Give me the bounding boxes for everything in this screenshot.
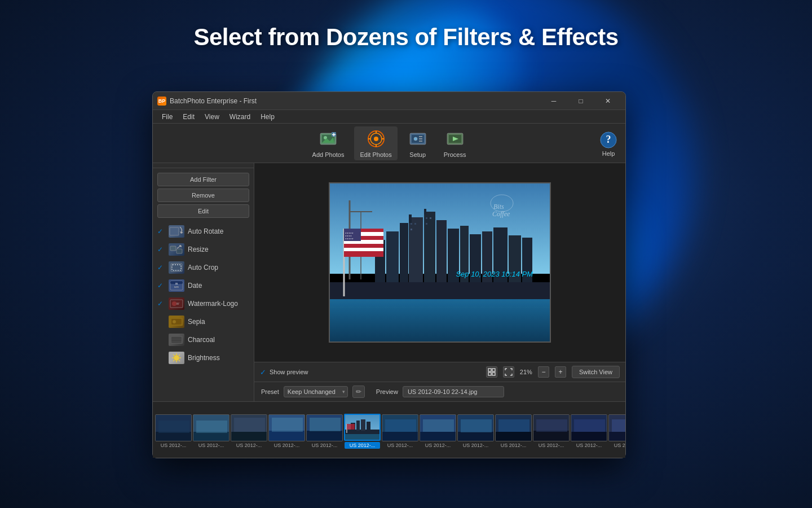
thumb-11[interactable]: US 2012-... (533, 414, 570, 448)
svg-line-52 (179, 360, 180, 361)
svg-rect-140 (536, 419, 567, 432)
filter-item-sepia[interactable]: ✓ Sepia (153, 313, 254, 331)
remove-button[interactable]: Remove (157, 189, 249, 202)
thumb-8[interactable]: US 2012-... (420, 414, 456, 448)
switch-view-button[interactable]: Switch View (572, 366, 620, 378)
filter-item-watermark[interactable]: ✓ W Watermark-Logo (153, 295, 254, 313)
menu-help[interactable]: Help (256, 112, 279, 122)
svg-rect-104 (158, 421, 189, 433)
thumb-12[interactable]: US 2012-... (571, 414, 607, 448)
svg-rect-60 (409, 214, 412, 223)
window-title: BatchPhoto Enterprise - First (170, 97, 541, 105)
add-filter-button[interactable]: Add Filter (157, 173, 249, 186)
svg-rect-58 (400, 223, 408, 285)
filter-check-auto-rotate: ✓ (157, 227, 165, 235)
filter-thumb-charcoal (169, 334, 184, 346)
setup-icon (408, 129, 428, 149)
fit-width-button[interactable] (486, 366, 497, 378)
thumb-13[interactable]: US 2012-... (608, 414, 625, 448)
svg-point-46 (174, 355, 179, 361)
preset-edit-button[interactable]: ✏ (352, 386, 365, 398)
svg-rect-27 (170, 246, 176, 251)
thumb-2[interactable]: US 2012-... (193, 414, 230, 448)
titlebar: BP BatchPhoto Enterprise - First ─ □ ✕ (153, 92, 625, 110)
filter-check-auto-crop: ✓ (157, 264, 165, 271)
filter-name-watermark: Watermark-Logo (188, 300, 249, 308)
show-preview-label: Show preview (270, 369, 308, 375)
edit-photos-icon (366, 129, 386, 149)
window-controls: ─ □ ✕ (541, 92, 621, 110)
thumb-img-4 (268, 414, 305, 441)
preview-label: Preview (376, 388, 398, 395)
zoom-in-button[interactable]: + (555, 366, 566, 378)
thumb-7[interactable]: US 2012-... (382, 414, 418, 448)
setup-label: Setup (409, 151, 426, 158)
filter-thumb-brightness (169, 352, 184, 364)
svg-rect-28 (176, 249, 182, 253)
filter-item-brightness[interactable]: ✓ Brigh (153, 349, 254, 367)
svg-rect-115 (307, 431, 343, 441)
svg-rect-137 (498, 419, 529, 432)
svg-text:DATE: DATE (174, 286, 179, 288)
thumb-4[interactable]: US 2012-... (268, 414, 305, 448)
menu-file[interactable]: File (157, 112, 177, 122)
setup-button[interactable]: Setup (402, 126, 434, 160)
filter-name-auto-rotate: Auto Rotate (188, 227, 249, 235)
svg-rect-59 (409, 217, 423, 285)
filter-panel: Add Filter Remove Edit ✓ Auto Rotate (153, 163, 254, 401)
menu-wizard[interactable]: Wizard (225, 112, 255, 122)
svg-rect-72 (414, 223, 416, 225)
thumb-6[interactable]: US 2012-... (344, 414, 381, 449)
preset-select[interactable]: Keep Unchanged Custom (284, 386, 348, 397)
svg-rect-61 (424, 212, 435, 285)
thumb-9[interactable]: US 2012-... (457, 414, 494, 448)
help-button[interactable]: ? Help (598, 130, 619, 157)
thumb-label-10: US 2012-... (496, 443, 531, 448)
filter-name-brightness: Brightness (188, 354, 249, 362)
svg-rect-121 (356, 421, 360, 431)
svg-rect-81 (330, 282, 550, 299)
thumb-label-4: US 2012-... (269, 443, 304, 448)
edit-button[interactable]: Edit (157, 204, 249, 218)
filter-item-auto-crop[interactable]: ✓ Auto Crop (153, 259, 254, 277)
filter-item-resize[interactable]: ✓ Resize (153, 240, 254, 259)
thumb-3[interactable]: US 2012-... (231, 414, 267, 448)
close-button[interactable]: ✕ (595, 92, 621, 110)
filter-check-resize: ✓ (157, 246, 165, 253)
svg-rect-76 (426, 223, 427, 225)
thumb-img-10 (495, 414, 532, 441)
svg-rect-110 (234, 418, 265, 432)
add-photos-button[interactable]: Add Photos (307, 126, 350, 160)
svg-point-40 (173, 320, 176, 323)
svg-rect-113 (272, 418, 303, 432)
filter-list: ✓ Auto Rotate ✓ (153, 222, 254, 397)
filter-actions: Add Filter Remove Edit (153, 168, 254, 222)
show-preview-checkbox[interactable]: ✓ Show preview (260, 368, 308, 376)
thumb-5[interactable]: US 2012-... (306, 414, 343, 448)
thumb-label-7: US 2012-... (382, 443, 418, 448)
add-photos-label: Add Photos (312, 151, 345, 158)
menu-edit[interactable]: Edit (178, 112, 199, 122)
preset-row: Preset Keep Unchanged Custom ▾ ✏ (261, 386, 365, 398)
preset-wrapper: Keep Unchanged Custom ▾ (284, 386, 348, 397)
maximize-button[interactable]: □ (568, 92, 594, 110)
fit-screen-button[interactable] (503, 366, 514, 378)
thumb-10[interactable]: US 2012-... (495, 414, 532, 448)
filter-item-date[interactable]: ✓ 31 DATE Date (153, 277, 254, 295)
zoom-out-button[interactable]: − (538, 366, 549, 378)
filter-item-charcoal[interactable]: ✓ Charcoal (153, 331, 254, 349)
svg-line-54 (173, 360, 174, 361)
filter-item-auto-rotate[interactable]: ✓ Auto Rotate (153, 222, 254, 240)
thumb-1[interactable]: US 2012-... (155, 414, 192, 448)
menu-view[interactable]: View (200, 112, 224, 122)
thumb-img-5 (306, 414, 343, 441)
city-svg: ★★★★★ ★★★★ ★★★★★ Bits Coffee Sep 10, 202… (330, 183, 550, 341)
filter-thumb-auto-crop (169, 261, 184, 274)
toolbar: Add Photos Edit Photos (153, 124, 625, 163)
edit-photos-button[interactable]: Edit Photos (354, 126, 397, 160)
minimize-button[interactable]: ─ (541, 92, 567, 110)
process-button[interactable]: Process (438, 126, 472, 160)
filter-thumb-sepia (169, 316, 184, 328)
content-area: Add Filter Remove Edit ✓ Auto Rotate (153, 163, 625, 401)
process-icon (445, 129, 465, 149)
